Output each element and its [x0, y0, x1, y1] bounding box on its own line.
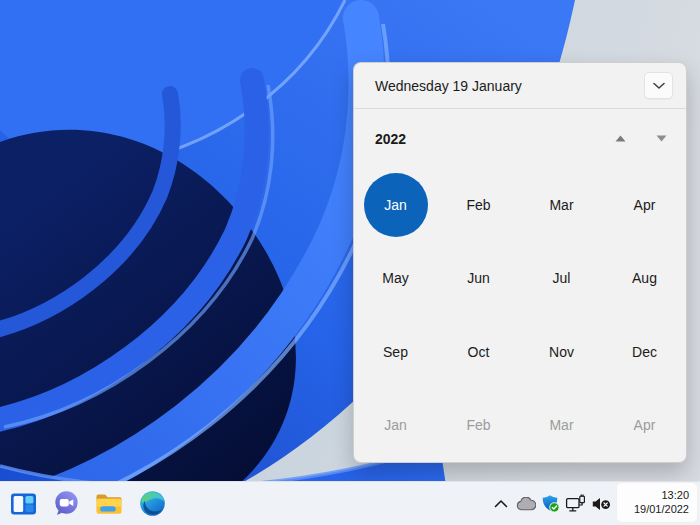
widgets-button[interactable] [8, 486, 38, 522]
clock-time: 13:20 [661, 489, 689, 502]
edge-button[interactable] [137, 486, 167, 522]
month-label: Aug [613, 246, 677, 310]
widgets-icon [10, 491, 37, 517]
file-explorer-icon [95, 492, 123, 516]
security-button[interactable] [539, 488, 562, 520]
month-label: Jan [364, 393, 428, 457]
desktop: Wednesday 19 January 2022 JanFebMarAp [0, 0, 700, 525]
month-cell-sep[interactable]: Sep [354, 315, 437, 389]
month-cell-jun[interactable]: Jun [437, 242, 520, 316]
month-label: Dec [613, 320, 677, 384]
month-label: Oct [447, 320, 511, 384]
chevron-up-icon [494, 499, 508, 508]
volume-button[interactable] [589, 488, 612, 520]
month-cell-jan-next-year[interactable]: Jan [354, 389, 437, 463]
triangle-up-icon [615, 135, 626, 142]
month-label: May [364, 246, 428, 310]
month-label: Nov [530, 320, 594, 384]
month-cell-dec[interactable]: Dec [603, 315, 686, 389]
hidden-icons-button[interactable] [489, 488, 512, 520]
month-cell-aug[interactable]: Aug [603, 242, 686, 316]
month-cell-oct[interactable]: Oct [437, 315, 520, 389]
onedrive-button[interactable] [514, 488, 537, 520]
month-label: Jun [447, 246, 511, 310]
month-cell-jan[interactable]: Jan [354, 168, 437, 242]
month-label: Apr [613, 173, 677, 237]
network-button[interactable] [564, 488, 587, 520]
system-tray [489, 482, 612, 525]
edge-icon [139, 490, 166, 517]
month-label: Mar [530, 393, 594, 457]
file-explorer-button[interactable] [94, 486, 124, 522]
year-next-button[interactable] [648, 126, 674, 152]
calendar-collapse-button[interactable] [644, 72, 673, 99]
year-previous-button[interactable] [607, 126, 633, 152]
month-cell-feb-next-year[interactable]: Feb [437, 389, 520, 463]
clock-date: 19/01/2022 [634, 503, 689, 516]
security-shield-icon [541, 494, 560, 513]
year-label[interactable]: 2022 [375, 131, 406, 147]
month-cell-feb[interactable]: Feb [437, 168, 520, 242]
triangle-down-icon [656, 135, 667, 142]
taskbar-clock-button[interactable]: 13:20 19/01/2022 [616, 482, 698, 523]
chat-button[interactable] [51, 486, 81, 522]
month-cell-jul[interactable]: Jul [520, 242, 603, 316]
network-ethernet-icon [565, 494, 586, 513]
month-label: Feb [447, 173, 511, 237]
month-cell-may[interactable]: May [354, 242, 437, 316]
taskbar: 13:20 19/01/2022 [0, 481, 700, 525]
calendar-date-label: Wednesday 19 January [375, 78, 522, 94]
month-label: Sep [364, 320, 428, 384]
teams-chat-icon [53, 490, 80, 517]
month-cell-apr-next-year[interactable]: Apr [603, 389, 686, 463]
chevron-down-icon [653, 82, 665, 90]
month-label: Mar [530, 173, 594, 237]
month-label: Apr [613, 393, 677, 457]
month-cell-mar-next-year[interactable]: Mar [520, 389, 603, 463]
taskbar-apps [8, 482, 167, 525]
month-label: Jan [364, 173, 428, 237]
month-grid: JanFebMarAprMayJunJulAugSepOctNovDecJanF… [354, 168, 686, 462]
calendar-year-row: 2022 [354, 110, 686, 167]
onedrive-cloud-icon [516, 497, 536, 511]
volume-muted-icon [591, 496, 611, 512]
month-cell-nov[interactable]: Nov [520, 315, 603, 389]
calendar-header: Wednesday 19 January [354, 63, 686, 109]
month-cell-apr[interactable]: Apr [603, 168, 686, 242]
month-cell-mar[interactable]: Mar [520, 168, 603, 242]
calendar-flyout: Wednesday 19 January 2022 JanFebMarAp [353, 62, 687, 463]
month-label: Feb [447, 393, 511, 457]
month-label: Jul [530, 246, 594, 310]
